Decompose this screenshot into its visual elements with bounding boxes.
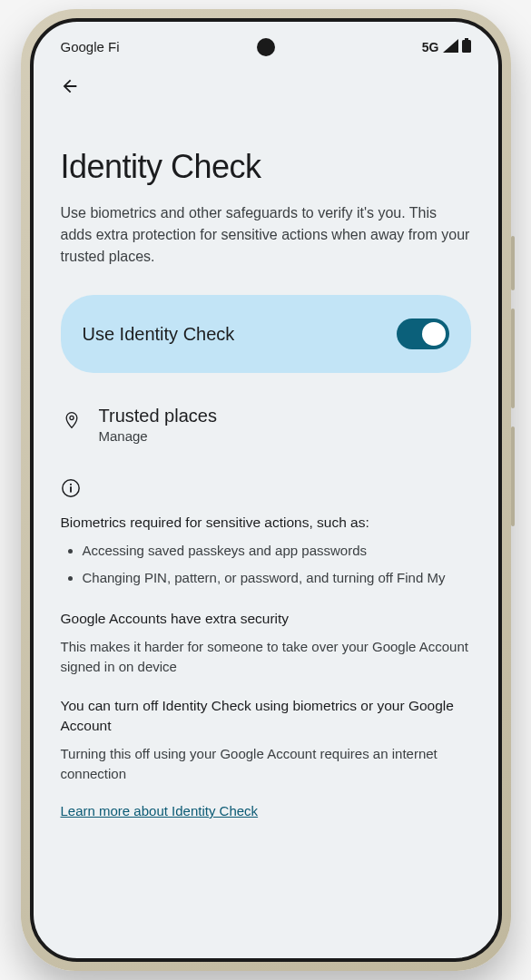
location-icon (61, 406, 83, 431)
svg-rect-4 (70, 484, 72, 485)
svg-rect-1 (462, 40, 471, 53)
back-button[interactable] (54, 70, 86, 103)
switch-thumb (422, 322, 446, 346)
side-button (511, 236, 515, 290)
turn-off-heading: You can turn off Identity Check using bi… (61, 696, 471, 737)
turn-off-text: Turning this off using your Google Accou… (61, 744, 471, 785)
phone-screen: Google Fi 5G Identity Check Use biometri… (30, 18, 502, 962)
signal-icon (443, 39, 458, 55)
volume-down-button (511, 426, 515, 526)
svg-rect-3 (70, 486, 72, 492)
arrow-back-icon (60, 76, 80, 96)
biometrics-heading: Biometrics required for sensitive action… (61, 513, 471, 533)
carrier-label: Google Fi (61, 39, 120, 54)
biometrics-bullets: Accessing saved passkeys and app passwor… (61, 540, 471, 589)
content-area: Identity Check Use biometrics and other … (34, 112, 498, 838)
trusted-places-action: Manage (99, 428, 471, 444)
google-accounts-text: This makes it harder for someone to take… (61, 637, 471, 678)
google-accounts-heading: Google Accounts have extra security (61, 609, 471, 629)
trusted-places-title: Trusted places (99, 406, 471, 426)
volume-up-button (511, 309, 515, 408)
front-camera (257, 38, 275, 56)
phone-frame: Google Fi 5G Identity Check Use biometri… (21, 9, 511, 971)
network-label: 5G (422, 40, 439, 54)
app-bar (34, 61, 498, 112)
battery-icon (462, 38, 471, 55)
info-icon (61, 478, 471, 502)
status-right: 5G (422, 38, 471, 55)
toggle-label: Use Identity Check (83, 324, 235, 345)
page-title: Identity Check (61, 148, 471, 186)
page-subtitle: Use biometrics and other safeguards to v… (61, 202, 471, 268)
trusted-places-row[interactable]: Trusted places Manage (61, 406, 471, 444)
identity-check-toggle-card[interactable]: Use Identity Check (61, 295, 471, 373)
bullet-item: Accessing saved passkeys and app passwor… (83, 540, 471, 562)
toggle-switch[interactable] (397, 318, 449, 349)
bullet-item: Changing PIN, pattern, or password, and … (83, 567, 471, 589)
svg-rect-0 (465, 38, 468, 40)
learn-more-link[interactable]: Learn more about Identity Check (61, 803, 259, 818)
